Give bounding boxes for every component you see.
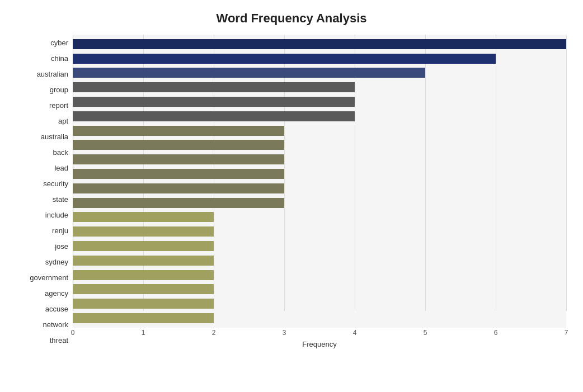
y-label: australian [37, 67, 68, 81]
bar [73, 198, 284, 208]
chart-title: Word Frequency Analysis [17, 11, 566, 26]
y-label: jose [55, 239, 68, 254]
y-label: apt [58, 114, 68, 128]
bar [73, 68, 425, 78]
bar [73, 212, 214, 222]
bar [73, 97, 355, 107]
bar-row [73, 269, 566, 281]
y-label: report [49, 98, 68, 112]
bar [73, 241, 214, 251]
bar [73, 111, 355, 121]
bar-row [73, 125, 566, 137]
y-axis: cyberchinaaustraliangroupreportaptaustra… [17, 35, 73, 348]
bar-row [73, 182, 566, 195]
bar-row [73, 38, 566, 50]
x-axis-label: Frequency [73, 340, 566, 348]
bar [73, 54, 496, 64]
bar [73, 183, 284, 193]
bar-row [73, 283, 566, 295]
bar [73, 284, 214, 294]
y-label: government [30, 271, 68, 285]
y-label: security [43, 176, 68, 191]
bar [73, 226, 214, 237]
bar-row [73, 297, 566, 310]
bar-row [73, 53, 566, 65]
bar [73, 140, 284, 150]
bar [73, 169, 284, 179]
bar [73, 313, 214, 323]
bar-row [73, 139, 566, 151]
x-axis-wrapper: 01234567 Frequency [73, 328, 566, 348]
plot-area [73, 35, 566, 328]
y-label: renju [52, 224, 68, 238]
x-tick: 3 [276, 329, 293, 337]
bar [73, 82, 355, 92]
y-label: agency [45, 286, 68, 301]
bar-row [73, 211, 566, 223]
bar-row [73, 240, 566, 252]
bar [73, 154, 284, 164]
bar [73, 299, 214, 309]
y-label: china [51, 51, 68, 65]
y-label: group [50, 82, 68, 97]
bar [73, 126, 284, 136]
bar-row [73, 312, 566, 324]
y-label: include [45, 208, 68, 223]
y-label: lead [54, 160, 68, 175]
bar-row [73, 110, 566, 122]
bar-row [73, 96, 566, 108]
bar-row [73, 153, 566, 166]
y-label: australia [41, 129, 68, 144]
x-tick: 5 [417, 329, 434, 337]
x-tick: 0 [64, 329, 81, 337]
bar [73, 270, 214, 280]
grid-line [566, 35, 567, 311]
x-tick: 7 [558, 329, 575, 337]
x-tick: 6 [487, 329, 504, 337]
chart-container: Word Frequency Analysis cyberchinaaustra… [0, 0, 583, 392]
bar-row [73, 225, 566, 238]
x-tick: 1 [135, 329, 152, 337]
bar-row [73, 67, 566, 79]
y-label: cyber [50, 35, 68, 50]
x-tick: 2 [205, 329, 222, 337]
bar-row [73, 81, 566, 93]
x-axis: 01234567 [73, 328, 566, 339]
bar [73, 39, 566, 49]
y-label: back [53, 145, 68, 159]
bar-row [73, 168, 566, 180]
bar-row [73, 254, 566, 267]
y-label: state [53, 192, 68, 206]
y-label: accuse [45, 302, 68, 317]
y-label: sydney [45, 255, 68, 270]
chart-area: cyberchinaaustraliangroupreportaptaustra… [17, 35, 566, 348]
bars-container [73, 35, 566, 328]
x-tick: 4 [346, 329, 363, 337]
bar [73, 256, 214, 266]
bar-row [73, 197, 566, 209]
